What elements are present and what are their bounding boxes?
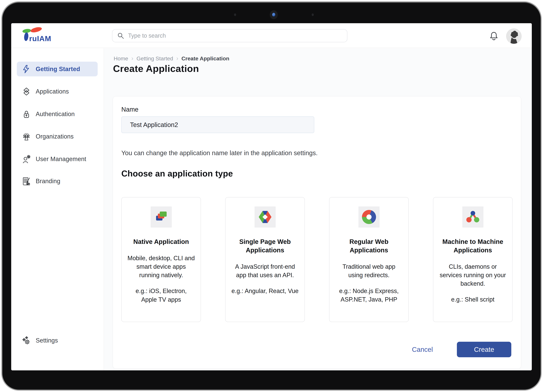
spa-icon [255, 206, 276, 227]
name-field-label: Name [121, 106, 138, 113]
type-card-description: A JavaScript front-end app that uses an … [226, 262, 305, 279]
sidebar-item-label: User Management [36, 156, 86, 163]
front-camera-icon [270, 10, 278, 19]
type-card-example: e.g.: Angular, React, Vue [226, 287, 305, 295]
sensor-dot-icon [234, 13, 236, 16]
sidebar-item-label: Settings [36, 337, 58, 344]
breadcrumb-current: Create Application [181, 55, 229, 62]
tablet-frame: ruIAM Type to search [1, 1, 542, 391]
m2m-icon [462, 206, 483, 227]
chevron-right-icon: › [131, 55, 133, 62]
regular-web-icon [358, 206, 379, 227]
page-title: Create Application [113, 63, 199, 74]
search-placeholder: Type to search [128, 32, 166, 39]
user-avatar[interactable] [506, 28, 521, 44]
sidebar-item-label: Getting Started [36, 66, 80, 73]
native-app-icon [151, 206, 172, 227]
stacked-diamonds-icon [22, 87, 31, 96]
sidebar-item-label: Branding [36, 178, 60, 185]
sidebar-item-user-management[interactable]: User Management [17, 152, 98, 166]
breadcrumb: Home › Getting Started › Create Applicat… [114, 55, 229, 62]
sensor-dot-icon [312, 13, 314, 16]
cancel-button[interactable]: Cancel [412, 346, 433, 353]
search-input[interactable]: Type to search [112, 29, 347, 42]
truiam-logo[interactable]: ruIAM [19, 27, 59, 44]
create-button[interactable]: Create [457, 342, 511, 357]
form-actions: Cancel Create [412, 342, 511, 357]
create-application-card: Name You can change the application name… [113, 97, 521, 369]
type-card-native[interactable]: Native Application Mobile, desktop, CLI … [121, 197, 201, 322]
sidebar-item-authentication[interactable]: Authentication [17, 107, 98, 121]
application-type-row: Native Application Mobile, desktop, CLI … [121, 197, 513, 322]
breadcrumb-getting-started[interactable]: Getting Started [136, 55, 173, 62]
user-gear-icon [22, 154, 31, 164]
type-card-description: Traditional web app using redirects. [329, 262, 408, 279]
type-card-example: e.g.: Shell script [433, 295, 512, 304]
search-icon [117, 32, 124, 39]
application-name-input[interactable] [121, 116, 314, 133]
app-screen: ruIAM Type to search [11, 23, 532, 370]
sidebar-item-label: Applications [36, 88, 69, 95]
sidebar-item-getting-started[interactable]: Getting Started [17, 62, 98, 76]
logo-text: ruIAM [29, 34, 51, 43]
sidebar-item-branding[interactable]: Branding [17, 174, 98, 188]
top-bar: ruIAM Type to search [11, 23, 532, 48]
main-content: Home › Getting Started › Create Applicat… [104, 48, 532, 370]
notifications-bell-icon[interactable] [489, 30, 499, 41]
padlock-icon [22, 109, 31, 119]
gears-icon [22, 336, 31, 345]
document-pencil-icon [22, 177, 31, 186]
sidebar-item-label: Authentication [36, 111, 75, 118]
create-button-label: Create [474, 346, 494, 353]
type-card-m2m[interactable]: Machine to Machine Applications CLIs, da… [433, 197, 513, 322]
type-card-title: Regular Web Applications [329, 238, 408, 255]
sidebar: Getting Started Applications [11, 48, 104, 370]
type-card-example: e.g.: iOS, Electron, Apple TV apps [122, 287, 201, 304]
people-group-icon [22, 132, 31, 141]
type-card-title: Machine to Machine Applications [433, 238, 512, 255]
sidebar-item-applications[interactable]: Applications [17, 84, 98, 99]
lightning-bolt-icon [22, 64, 31, 74]
name-helper-text: You can change the application name late… [121, 149, 318, 157]
sidebar-item-label: Organizations [36, 133, 74, 140]
sidebar-item-settings[interactable]: Settings [17, 333, 98, 348]
breadcrumb-home[interactable]: Home [114, 55, 128, 62]
type-card-example: e.g.: Node.js Express, ASP.NET, Java, PH… [329, 287, 408, 304]
application-type-heading: Choose an application type [121, 169, 233, 178]
type-card-title: Native Application [122, 238, 201, 246]
type-card-regular-web[interactable]: Regular Web Applications Traditional web… [329, 197, 409, 322]
type-card-spa[interactable]: Single Page Web Applications A JavaScrip… [225, 197, 305, 322]
chevron-right-icon: › [176, 55, 178, 62]
sidebar-item-organizations[interactable]: Organizations [17, 129, 98, 144]
type-card-title: Single Page Web Applications [226, 238, 305, 255]
type-card-description: Mobile, desktop, CLI and smart device ap… [122, 254, 201, 280]
type-card-description: CLIs, daemons or services running on you… [433, 262, 512, 288]
